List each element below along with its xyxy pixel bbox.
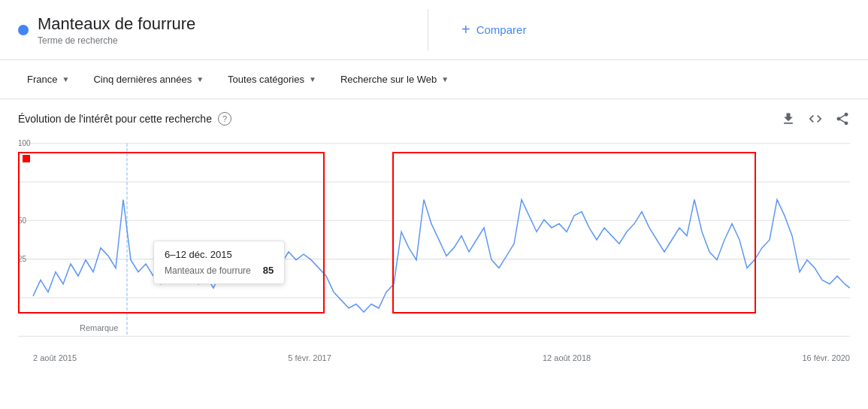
compare-button[interactable]: + Comparer [452,15,535,44]
compare-label: Comparer [476,23,527,36]
download-icon[interactable] [781,111,796,126]
plus-icon: + [461,21,470,38]
search-type-filter[interactable]: Recherche sur le Web ▼ [331,69,458,89]
period-chevron-icon: ▼ [196,75,204,83]
search-type-label: Recherche sur le Web [340,74,437,85]
x-label-4: 16 févr. 2020 [802,353,850,362]
blue-dot-icon [18,25,29,35]
x-label-3: 12 août 2018 [543,353,591,362]
search-term-title: Manteaux de fourrure [38,14,195,34]
share-icon[interactable] [835,111,850,126]
chart-header: Évolution de l'intérêt pour cette recher… [18,111,850,126]
x-label-2: 5 févr. 2017 [288,353,331,362]
categories-chevron-icon: ▼ [309,75,316,83]
red-small-square [23,155,30,162]
chart-wrapper: 100 50 25 6–12 déc. 2015 Manteaux de fou… [18,135,850,368]
period-label: Cinq dernières années [93,74,192,85]
embed-icon[interactable] [808,111,823,126]
chart-title-row: Évolution de l'intérêt pour cette recher… [18,112,231,126]
country-filter[interactable]: France ▼ [18,69,78,89]
page-header: Manteaux de fourrure Terme de recherche … [0,0,868,60]
svg-text:25: 25 [18,255,26,263]
x-axis-labels: 2 août 2015 5 févr. 2017 12 août 2018 16… [18,353,850,362]
country-chevron-icon: ▼ [62,75,69,83]
search-type-chevron-icon: ▼ [441,75,449,83]
chart-title: Évolution de l'intérêt pour cette recher… [18,113,212,125]
search-term-subtitle: Terme de recherche [38,35,195,46]
chart-actions [781,111,850,126]
search-term-section: Manteaux de fourrure Terme de recherche [0,0,428,59]
svg-text:50: 50 [18,216,26,224]
country-label: France [27,74,57,85]
trend-chart: 100 50 25 [18,135,850,368]
svg-text:100: 100 [18,139,31,147]
chart-section: Évolution de l'intérêt pour cette recher… [0,99,868,368]
help-icon[interactable]: ? [218,112,231,126]
search-term-block: Manteaux de fourrure Terme de recherche [38,14,195,46]
x-label-1: 2 août 2015 [33,353,77,362]
compare-section: + Comparer [428,0,868,59]
period-filter[interactable]: Cinq dernières années ▼ [84,69,213,89]
categories-label: Toutes catégories [228,74,304,85]
categories-filter[interactable]: Toutes catégories ▼ [219,69,325,89]
remarque-label: Remarque [80,323,118,332]
filters-bar: France ▼ Cinq dernières années ▼ Toutes … [0,60,868,99]
